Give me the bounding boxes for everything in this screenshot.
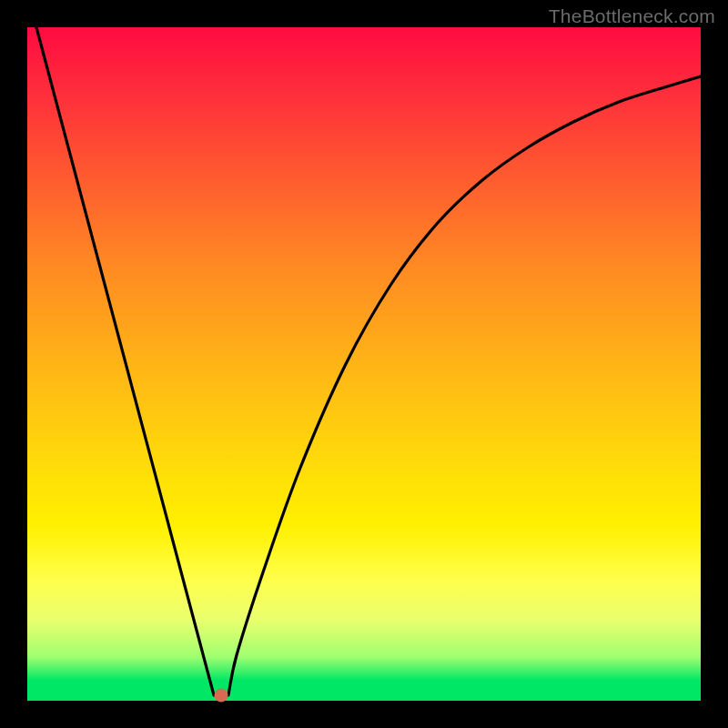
bottleneck-curve bbox=[27, 27, 701, 701]
minimum-marker bbox=[215, 689, 228, 703]
chart-frame: TheBottleneck.com bbox=[0, 0, 728, 728]
watermark-text: TheBottleneck.com bbox=[549, 5, 715, 27]
plot-area bbox=[27, 27, 701, 701]
